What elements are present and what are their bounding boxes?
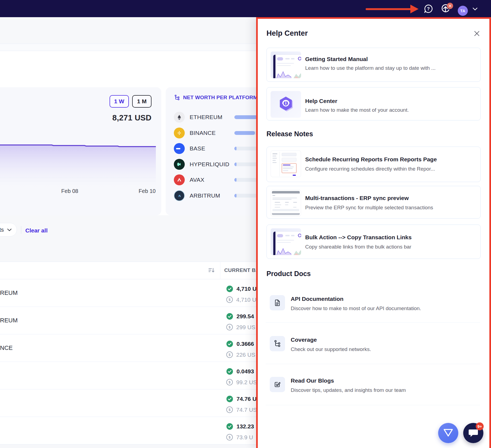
table-thumbnail bbox=[271, 190, 301, 216]
release-note-card-copy-links[interactable]: Bulk Action --> Copy Transaction Links C… bbox=[266, 225, 481, 259]
release-note-card-erp-sync[interactable]: Multi-transactions - ERP sync preview Pr… bbox=[266, 186, 481, 219]
api-documentation-row[interactable] bbox=[258, 290, 489, 320]
card-description: Learn how to make the most of your accou… bbox=[305, 107, 409, 113]
whats-new-button[interactable] bbox=[440, 3, 454, 15]
card-title: Bulk Action --> Copy Transaction Links bbox=[305, 234, 412, 241]
filter-chip-label: ts bbox=[0, 226, 4, 233]
annotation-arrow bbox=[366, 8, 412, 10]
svg-text:$: $ bbox=[229, 380, 231, 384]
form-thumbnail bbox=[271, 150, 301, 177]
product-docs-heading: Product Docs bbox=[266, 270, 311, 278]
help-center-card[interactable]: Help Center Learn how to make the most o… bbox=[266, 87, 481, 120]
fiat-value: 299 US bbox=[236, 324, 255, 331]
top-navbar: ? TA bbox=[0, 0, 491, 17]
x-axis-label-feb10: Feb 10 bbox=[132, 188, 162, 194]
platform-name: BASE bbox=[190, 145, 205, 152]
check-circle-icon bbox=[226, 368, 233, 375]
blog-pen-icon bbox=[270, 377, 285, 392]
platform-name: HYPERLIQUID bbox=[190, 161, 229, 168]
doc-description: Discover how to make to most of our API … bbox=[291, 305, 421, 311]
chat-bubble-icon bbox=[468, 428, 478, 438]
coin-icon: $ bbox=[226, 434, 233, 441]
balance-value: 0.3666 bbox=[237, 341, 254, 347]
doc-title: API Documentation bbox=[291, 296, 344, 302]
coverage-row[interactable] bbox=[258, 331, 489, 361]
coin-icon: $ bbox=[226, 324, 233, 331]
coin-icon: $ bbox=[226, 379, 233, 386]
balance-value: 132.23 bbox=[237, 423, 254, 430]
wallet-label: REUM bbox=[0, 307, 18, 334]
check-circle-icon bbox=[226, 285, 233, 292]
wallet-label: REUM bbox=[0, 279, 18, 307]
net-worth-per-platform-header[interactable]: NET WORTH PER PLATFORM bbox=[174, 94, 257, 101]
dashboard-thumbnail bbox=[271, 228, 301, 255]
avatar[interactable]: TA bbox=[458, 6, 468, 16]
filter-divider bbox=[21, 226, 21, 234]
check-circle-icon bbox=[226, 340, 233, 347]
net-worth-value: 8,271 USD bbox=[84, 113, 151, 122]
arbitrum-icon bbox=[174, 190, 185, 201]
close-icon[interactable] bbox=[474, 30, 480, 37]
card-title: Help Center bbox=[305, 98, 337, 104]
fiat-value: 4,710 U bbox=[236, 296, 256, 303]
net-worth-line-chart bbox=[0, 128, 156, 191]
card-description: Copy shareable links from the bulk actio… bbox=[305, 244, 411, 250]
wallet-label: NCE bbox=[0, 334, 13, 362]
hyperliquid-icon bbox=[174, 159, 185, 170]
network-icon bbox=[270, 336, 285, 351]
x-axis-label-feb08: Feb 08 bbox=[55, 188, 85, 194]
divider bbox=[266, 405, 480, 405]
coin-icon: $ bbox=[226, 296, 233, 303]
platform-name: ARBITRUM bbox=[190, 192, 220, 199]
svg-text:$: $ bbox=[229, 408, 231, 412]
check-circle-icon bbox=[226, 423, 233, 430]
balance-value: 299.54 bbox=[237, 313, 254, 320]
net-worth-per-platform-title: NET WORTH PER PLATFORM bbox=[183, 95, 257, 101]
range-1w-button[interactable]: 1 W bbox=[110, 95, 129, 108]
check-circle-icon bbox=[226, 313, 233, 320]
app-root: 1 W 1 M 8,271 USD Feb 08 Feb 10 bbox=[0, 0, 491, 448]
divider bbox=[266, 364, 480, 364]
current-balance-column-header[interactable]: CURRENT BA bbox=[224, 267, 260, 273]
account-chevron-down-icon[interactable] bbox=[472, 7, 478, 11]
avax-icon bbox=[174, 174, 185, 185]
coin-icon: $ bbox=[226, 351, 233, 358]
getting-started-card[interactable]: Getting Started Manual Learn how to use … bbox=[266, 48, 481, 82]
base-icon bbox=[174, 143, 185, 154]
sort-descending-icon[interactable] bbox=[208, 267, 215, 274]
svg-text:$: $ bbox=[229, 325, 231, 329]
scroll-down-button[interactable] bbox=[438, 423, 458, 443]
read-our-blogs-row[interactable] bbox=[258, 372, 489, 402]
fiat-value: 74.7 US bbox=[236, 407, 257, 413]
svg-text:?: ? bbox=[427, 6, 430, 11]
network-icon bbox=[174, 94, 180, 101]
help-hexagon-icon bbox=[271, 91, 301, 118]
clear-all-filters-link[interactable]: Clear all bbox=[25, 227, 48, 234]
card-title: Getting Started Manual bbox=[305, 56, 368, 62]
doc-title: Coverage bbox=[291, 337, 317, 343]
binance-icon bbox=[174, 128, 185, 138]
range-1m-button[interactable]: 1 M bbox=[132, 95, 151, 108]
svg-text:$: $ bbox=[229, 298, 231, 302]
filter-chip[interactable]: ts bbox=[0, 223, 17, 237]
help-center-panel: Help Center bbox=[256, 17, 491, 448]
release-notes-heading: Release Notes bbox=[266, 130, 313, 138]
fiat-value: 73.9 U bbox=[236, 434, 253, 441]
doc-description: Discover tips, updates, and insights fro… bbox=[291, 387, 406, 393]
dashboard-thumbnail bbox=[271, 52, 301, 78]
notification-x-badge bbox=[447, 3, 453, 9]
release-note-card-schedule-reports[interactable]: Schedule Recurring Reports From Reports … bbox=[266, 147, 481, 182]
platform-name: ETHEREUM bbox=[190, 114, 222, 120]
card-description: Learn how to use the platform and stay u… bbox=[305, 65, 435, 71]
card-description: Preview the ERP sync for multiple select… bbox=[305, 205, 433, 211]
document-icon bbox=[270, 295, 285, 310]
chat-launcher-button[interactable]: 9+ bbox=[463, 423, 483, 443]
help-panel-title: Help Center bbox=[266, 29, 308, 38]
help-question-bubble-icon[interactable]: ? bbox=[423, 4, 434, 14]
svg-text:$: $ bbox=[229, 435, 231, 439]
chart-axis-divider bbox=[0, 181, 156, 181]
divider bbox=[266, 322, 480, 323]
svg-text:$: $ bbox=[229, 353, 231, 357]
fiat-value: 99.2 US bbox=[236, 379, 257, 386]
net-worth-chart-card: 1 W 1 M 8,271 USD Feb 08 Feb 10 bbox=[0, 87, 161, 215]
